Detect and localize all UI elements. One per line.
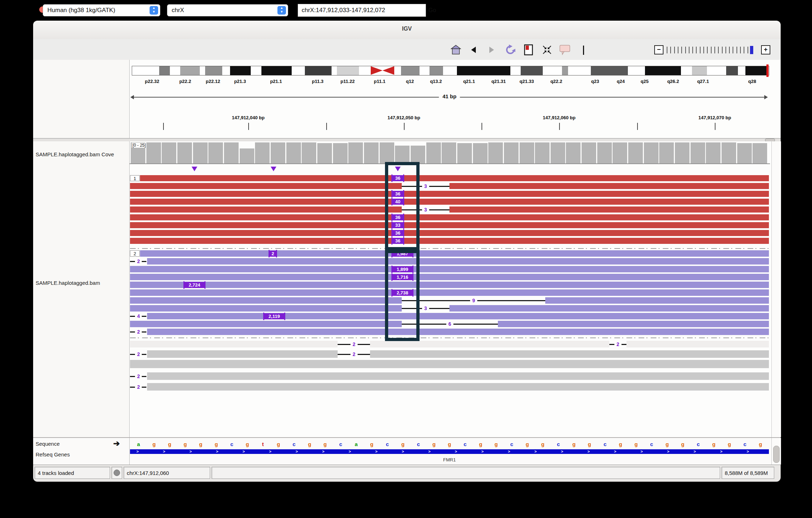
sequence-scrollbar-lane[interactable] [771, 438, 781, 465]
read-segment[interactable] [130, 206, 402, 213]
read-segment[interactable] [130, 305, 402, 312]
deletion-size-label: 3 [422, 207, 429, 213]
roi-highlight-box [385, 250, 420, 341]
strand-arrow-icon[interactable]: ➔ [113, 440, 120, 447]
genome-select[interactable]: Human (hg38 1kg/GATK) ▲▼ [43, 4, 160, 16]
scrollbar-thumb[interactable] [773, 446, 780, 463]
insertion-label[interactable]: 2,119 [264, 313, 284, 319]
sequence-track-label[interactable]: Sequence [36, 441, 60, 447]
centromere-icon [382, 66, 394, 75]
read-segment[interactable] [130, 289, 769, 296]
zoom-slider-thumb[interactable] [750, 46, 753, 54]
memory-status: 8,588M of 8,589M [722, 467, 774, 479]
sequence-base: g [492, 441, 500, 447]
alignment-track-name[interactable]: SAMPLE.haplotagged.bam [36, 280, 100, 286]
zoom-out-button[interactable]: − [654, 45, 663, 54]
chevron-up-down-icon[interactable]: ▲▼ [277, 6, 286, 15]
cytoband-label: q21.33 [520, 79, 534, 84]
read-segment[interactable] [130, 230, 769, 236]
read-segment[interactable] [140, 175, 769, 181]
coverage-bar [177, 142, 192, 163]
sequence-base: g [197, 441, 205, 447]
cursor-locus-status: chrX:147,912,060 [124, 467, 210, 479]
read-segment[interactable] [130, 266, 769, 272]
cytoband-label: q28 [748, 79, 756, 84]
back-icon[interactable] [467, 43, 480, 56]
fit-to-window-icon[interactable] [541, 43, 553, 56]
read-segment[interactable] [130, 321, 402, 327]
zoom-in-button[interactable]: + [761, 45, 770, 54]
sequence-base: g [399, 441, 407, 447]
zoom-tick [725, 47, 726, 53]
zoom-tick [736, 47, 737, 53]
coverage-track-name[interactable]: SAMPLE.haplotagged.bam Cove [36, 151, 129, 157]
read-segment[interactable] [626, 341, 769, 347]
home-icon[interactable] [449, 43, 462, 56]
read-segment[interactable] [130, 297, 402, 304]
read-segment[interactable] [130, 191, 769, 197]
read-segment[interactable] [130, 183, 402, 189]
tooltip-bubble-icon[interactable] [558, 43, 571, 56]
haplotype-group-label: 2 [130, 250, 140, 257]
read-segment[interactable] [147, 329, 769, 335]
coverage-range-label: [0 - 25] [132, 143, 146, 148]
chevron-up-down-icon[interactable]: ▲▼ [150, 6, 158, 15]
tracks-scrollbar-lane[interactable] [771, 141, 781, 437]
read-segment[interactable] [147, 258, 769, 265]
strand-chevron-icon: > [561, 449, 563, 454]
strand-chevron-icon: > [455, 449, 457, 454]
strand-chevron-icon: > [269, 449, 271, 454]
read-segment[interactable] [449, 305, 769, 312]
read-segment[interactable] [147, 313, 769, 319]
sequence-base: c [384, 441, 391, 447]
deletion-size-label: 3 [422, 305, 429, 311]
forward-icon[interactable] [485, 43, 498, 56]
read-segment[interactable] [498, 321, 769, 327]
chromosome-ideogram[interactable] [132, 66, 769, 75]
read-segment[interactable] [140, 250, 769, 257]
zoom-tick [689, 47, 689, 53]
cytoband-label: q24 [617, 79, 625, 84]
clip-marker-dash [142, 316, 146, 317]
read-segment[interactable] [130, 199, 769, 205]
clip-marker-dash [142, 331, 146, 333]
insertion-label[interactable]: 2,724 [184, 282, 204, 288]
read-segment[interactable] [147, 372, 769, 380]
read-segment[interactable] [147, 383, 769, 391]
strand-chevron-icon: > [136, 449, 139, 454]
define-region-icon[interactable] [522, 43, 535, 56]
clip-marker-dash [142, 261, 146, 262]
read-segment[interactable] [130, 214, 769, 220]
refresh-icon[interactable] [504, 43, 517, 56]
genes-track-label[interactable]: Refseq Genes [36, 451, 70, 457]
cytoband [430, 66, 443, 75]
read-segment[interactable] [130, 222, 769, 228]
read-segment[interactable] [130, 238, 769, 244]
tracks-name-column [33, 141, 130, 437]
insertion-marker-triangle[interactable] [271, 167, 276, 171]
read-segment[interactable] [147, 350, 338, 358]
read-segment[interactable] [370, 350, 769, 358]
cytoband [230, 66, 251, 75]
insertion-label[interactable]: 2 [270, 251, 276, 257]
locus-input[interactable]: chrX:147,912,033-147,912,072 [298, 4, 426, 17]
genome-select-value: Human (hg38 1kg/GATK) [47, 7, 115, 14]
deletion-size-label: 6 [446, 321, 453, 327]
read-segment[interactable] [130, 282, 769, 288]
chromosome-select[interactable]: chrX ▲▼ [167, 4, 288, 16]
strand-chevron-icon: > [322, 449, 324, 454]
coverage-bar [582, 142, 596, 163]
coverage-bar [535, 142, 550, 163]
read-segment[interactable] [449, 206, 769, 213]
read-segment[interactable] [370, 341, 609, 347]
read-segment[interactable] [130, 274, 769, 280]
text-cursor-icon[interactable] [583, 46, 584, 55]
read-segment[interactable] [130, 341, 338, 347]
gene-body-bar[interactable] [130, 449, 769, 454]
read-segment[interactable] [545, 297, 769, 304]
go-button[interactable]: Go [428, 7, 436, 14]
insertion-marker-triangle[interactable] [192, 167, 197, 171]
read-segment[interactable] [130, 360, 769, 368]
read-segment[interactable] [449, 183, 769, 189]
cytoband [205, 66, 222, 75]
